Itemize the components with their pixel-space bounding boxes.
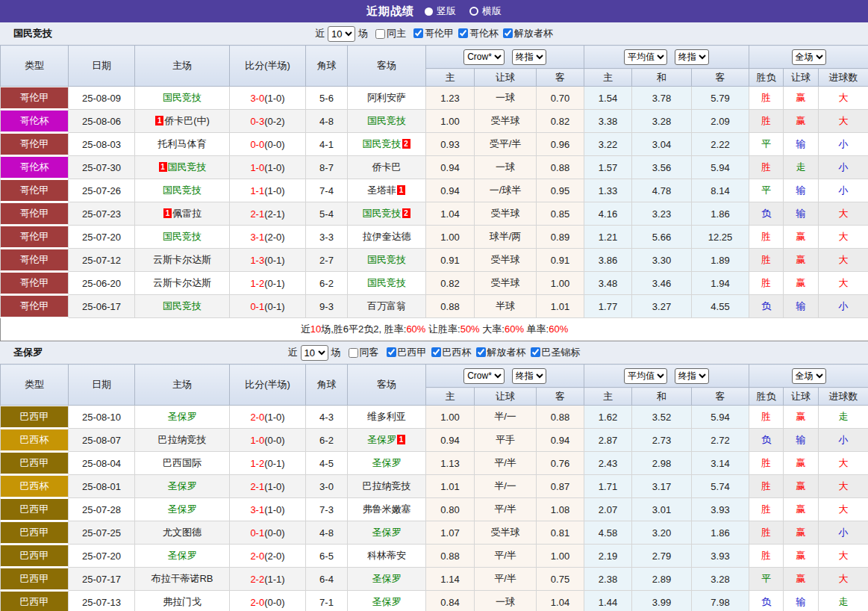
radio-vertical-layout[interactable]: 竖版 (425, 4, 456, 18)
avg-stage-select[interactable]: 终指 (675, 49, 709, 65)
home-team: 1佩雷拉 (135, 202, 230, 226)
avg-home: 2.38 (584, 568, 632, 591)
result-handicap: 输 (784, 591, 819, 611)
result-scope-select[interactable]: 全场 (792, 368, 826, 384)
near-label: 近 (288, 346, 298, 359)
odds-company-select[interactable]: Crow* (463, 368, 505, 384)
league-filter[interactable]: 解放者杯 (472, 346, 526, 359)
corner-count: 6-4 (306, 568, 348, 591)
fulltime-score: 1-2 (250, 458, 264, 469)
match-date: 25-07-20 (69, 545, 135, 568)
corner-count: 6-2 (306, 272, 348, 295)
league-filter[interactable]: 解放者杯 (499, 27, 553, 40)
team-label: 圣保罗 (372, 457, 402, 468)
result-outcome: 胜 (749, 110, 784, 133)
summary-segment: 60% (549, 323, 568, 335)
match-row: 巴西甲25-07-28圣保罗3-1(1-0)7-3弗鲁米嫩塞0.80平/半1.0… (1, 498, 868, 521)
league-filters: 哥伦甲哥伦杯解放者杯 (409, 27, 553, 41)
result-handicap: 输 (784, 133, 819, 156)
league-filter[interactable]: 巴西杯 (427, 346, 472, 359)
league-checkbox[interactable] (503, 28, 513, 38)
radio-unselected-icon (469, 7, 478, 16)
result-handicap: 赢 (784, 452, 819, 475)
odds-company-select[interactable]: Crow* (463, 49, 505, 65)
result-outcome: 胜 (749, 498, 784, 521)
avg-away: 2.22 (692, 133, 749, 156)
corner-count: 4-5 (306, 452, 348, 475)
team-label: 圣保罗 (168, 411, 197, 422)
team-label: 圣保罗 (168, 503, 197, 515)
fulltime-score: 0-1 (250, 301, 264, 312)
result-outcome: 胜 (749, 249, 784, 272)
avg-stage-select[interactable]: 终指 (675, 368, 709, 384)
league-filter[interactable]: 巴圣锦标 (526, 346, 581, 359)
result-scope-select[interactable]: 全场 (792, 49, 826, 65)
radio-horizontal-label: 横版 (482, 4, 502, 18)
result-handicap: 赢 (784, 475, 819, 498)
odds-home: 1.01 (426, 475, 475, 498)
radio-horizontal-layout[interactable]: 横版 (469, 4, 502, 18)
same-venue-checkbox[interactable] (375, 29, 385, 39)
odds-away: 0.96 (537, 133, 584, 156)
team-label: 维多利亚 (367, 411, 406, 422)
result-handicap: 赢 (784, 87, 819, 110)
league-badge: 巴西杯 (1, 475, 69, 498)
away-team: 圣保罗 (348, 568, 426, 591)
team-label: 阿利安萨 (367, 92, 406, 103)
same-venue-label: 同主 (387, 27, 406, 40)
league-checkbox[interactable] (413, 28, 423, 38)
league-checkbox[interactable] (387, 347, 396, 357)
league-filter[interactable]: 哥伦甲 (409, 27, 454, 40)
home-team: 国民竞技 (135, 87, 230, 110)
result-goals: 大 (819, 87, 868, 110)
same-venue-filter[interactable]: 同主 (371, 27, 406, 40)
match-count-select[interactable]: 10 (301, 345, 328, 361)
home-team: 国民竞技 (135, 179, 230, 202)
odds-stage-select[interactable]: 终指 (512, 49, 546, 65)
league-checkbox[interactable] (476, 347, 486, 357)
odds-stage-select[interactable]: 终指 (512, 368, 546, 384)
league-checkbox[interactable] (458, 28, 468, 38)
avg-home: 3.22 (584, 133, 632, 156)
avg-away: 2.09 (692, 110, 749, 133)
odds-away: 0.81 (537, 521, 584, 545)
match-row: 哥伦甲25-06-20云斯卡尔达斯1-2(0-1)6-2国民竞技0.82受半球1… (1, 272, 868, 295)
away-team: 圣保罗1 (348, 429, 426, 452)
match-count-select[interactable]: 10 (328, 26, 355, 42)
result-outcome: 平 (749, 568, 784, 591)
halftime-score: (0-0) (264, 139, 284, 150)
away-team: 国民竞技 (348, 272, 426, 295)
league-filter[interactable]: 巴西甲 (382, 346, 427, 359)
avg-company-select[interactable]: 平均值 (624, 49, 667, 65)
result-outcome: 负 (749, 591, 784, 611)
league-checkbox[interactable] (531, 347, 540, 357)
league-filter[interactable]: 哥伦杯 (454, 27, 499, 40)
fulltime-score: 2-1 (250, 208, 264, 220)
odds-home: 1.04 (426, 202, 475, 226)
same-venue-checkbox[interactable] (349, 348, 358, 358)
result-goals: 走 (819, 406, 868, 429)
league-checkbox[interactable] (431, 347, 441, 357)
avg-company-select[interactable]: 平均值 (624, 368, 667, 384)
match-date: 25-07-28 (69, 498, 135, 521)
odds-home: 0.88 (426, 545, 475, 568)
odds-home: 1.00 (426, 110, 475, 133)
league-filter-label: 解放者杯 (487, 346, 526, 359)
odds-away: 1.08 (537, 498, 584, 521)
league-badge: 哥伦杯 (1, 110, 69, 133)
fulltime-score: 2-1 (250, 481, 264, 492)
league-badge: 哥伦甲 (1, 87, 69, 110)
league-badge: 巴西甲 (1, 406, 69, 429)
away-team: 阿利安萨 (348, 87, 426, 110)
odds-home: 0.94 (426, 429, 475, 452)
result-outcome: 负 (749, 202, 784, 226)
corner-count: 8-7 (306, 156, 348, 179)
away-team: 侨卡巴 (348, 156, 426, 179)
result-goals: 小 (819, 133, 868, 156)
same-venue-filter[interactable]: 同客 (344, 346, 379, 359)
avg-home: 2.07 (584, 498, 632, 521)
team-label: 圣保罗 (372, 573, 402, 584)
team-label: 巴拉纳竞技 (158, 434, 207, 445)
result-outcome: 负 (749, 429, 784, 452)
result-handicap: 赢 (784, 110, 819, 133)
